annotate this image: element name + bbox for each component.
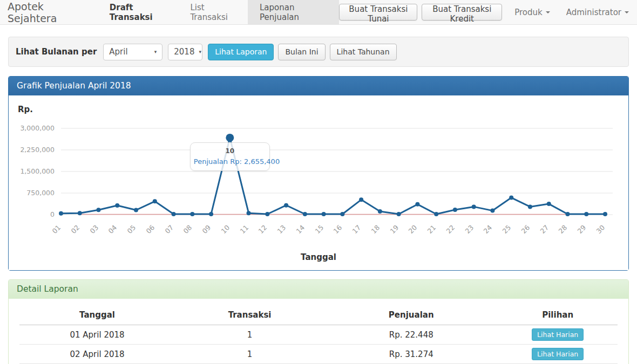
data-point[interactable] <box>190 212 194 216</box>
data-point[interactable] <box>115 203 119 208</box>
nav-item-laporan-penjualan[interactable]: Laponan Penjualan <box>248 0 339 24</box>
data-point[interactable] <box>209 212 213 216</box>
data-point[interactable] <box>172 212 176 216</box>
cell-penjualan: Rp. 22.448 <box>324 325 498 345</box>
tooltip-day: 10 <box>194 147 266 155</box>
cell-tanggal: 02 April 2018 <box>19 345 175 364</box>
x-tick-label: 01 <box>43 223 62 243</box>
buat-transaksi-tunai-button[interactable]: Buat Transaksi Tunai <box>339 4 417 20</box>
x-tick-label: 06 <box>137 223 156 243</box>
chart-panel-body: Rp. 10 Penjualan Rp: 2,655,400 3,000,000… <box>9 95 628 270</box>
table-row: 02 April 20181Rp. 31.274Lihat Harian <box>19 345 618 364</box>
produk-dropdown-label: Produk <box>514 8 543 17</box>
data-point[interactable] <box>603 212 607 216</box>
month-select[interactable]: April ▾ <box>103 44 162 60</box>
y-tick-label: 3,000,000 <box>17 124 55 132</box>
x-axis-title: Tanggal <box>17 252 620 262</box>
x-tick-label: 22 <box>437 223 456 243</box>
select-caret-icon: ▾ <box>154 49 157 54</box>
navbar-right: Buat Transaksi Tunai Buat Transaksi Kred… <box>339 0 637 24</box>
data-point[interactable] <box>472 204 476 209</box>
x-tick-label: 17 <box>343 223 362 243</box>
data-point[interactable] <box>584 212 588 216</box>
bulan-ini-button[interactable]: Bulan Ini <box>278 44 325 60</box>
cell-transaksi: 1 <box>175 345 324 364</box>
data-point[interactable] <box>97 208 101 212</box>
data-point[interactable] <box>340 212 344 216</box>
col-header-tanggal: Tanggal <box>19 305 175 325</box>
data-point[interactable] <box>434 212 438 216</box>
data-point[interactable] <box>509 196 513 200</box>
y-tick-label: 1,500,000 <box>17 167 55 175</box>
data-point[interactable] <box>415 202 419 207</box>
caret-down-icon <box>546 11 550 13</box>
data-point[interactable] <box>265 212 269 216</box>
detail-table-header-row: Tanggal Transaksi Penjualan Pilihan <box>19 305 618 325</box>
data-point-highlighted[interactable] <box>226 134 234 142</box>
buat-transaksi-kredit-button[interactable]: Buat Transaksi Kredit <box>422 4 502 20</box>
administrator-dropdown[interactable]: Administrator <box>558 8 637 17</box>
data-point[interactable] <box>78 211 82 215</box>
data-point[interactable] <box>490 209 494 213</box>
col-header-penjualan: Penjualan <box>324 305 498 325</box>
x-tick-label: 07 <box>155 223 175 243</box>
y-tick-label: 0 <box>17 210 55 218</box>
x-tick-label: 12 <box>249 223 269 243</box>
chart-panel-title: Grafik Penjualan April 2018 <box>9 77 628 95</box>
nav-item-list-transaksi[interactable]: List Transaksi <box>180 0 248 24</box>
year-select[interactable]: 2018 ▾ <box>168 44 202 60</box>
y-tick-label: 750,000 <box>17 189 55 197</box>
x-tick-label: 30 <box>587 223 606 243</box>
cell-penjualan: Rp. 31.274 <box>324 345 498 364</box>
x-tick-label: 05 <box>118 223 137 243</box>
x-tick-label: 24 <box>475 223 494 243</box>
table-row: 01 April 20181Rp. 22.448Lihat Harian <box>19 325 618 345</box>
lihat-laporan-button[interactable]: Lihat Laporan <box>208 44 274 60</box>
x-tick-label: 20 <box>399 223 419 243</box>
brand[interactable]: Apotek Sejahtera <box>0 0 93 24</box>
col-header-pilihan: Pilihan <box>498 305 618 325</box>
filter-bar: Lihat Bulanan per April ▾ 2018 ▾ Lihat L… <box>8 37 629 67</box>
detail-table: Tanggal Transaksi Penjualan Pilihan 01 A… <box>19 305 618 364</box>
data-point[interactable] <box>547 202 551 206</box>
data-point[interactable] <box>153 199 157 203</box>
data-point[interactable] <box>397 212 401 216</box>
x-tick-label: 08 <box>174 223 194 243</box>
produk-dropdown[interactable]: Produk <box>506 8 558 17</box>
data-point[interactable] <box>528 204 532 209</box>
x-tick-label: 15 <box>306 223 325 243</box>
x-tick-label: 21 <box>418 223 437 243</box>
cell-transaksi: 1 <box>175 325 324 345</box>
x-tick-label: 27 <box>531 223 550 243</box>
lihat-harian-button[interactable]: Lihat Harian <box>532 328 584 341</box>
lihat-tahunan-button[interactable]: Lihat Tahunan <box>330 44 397 60</box>
data-point[interactable] <box>247 211 251 215</box>
data-point[interactable] <box>359 197 363 202</box>
data-point[interactable] <box>322 212 326 216</box>
cell-pilihan: Lihat Harian <box>498 325 618 345</box>
data-point[interactable] <box>378 209 382 214</box>
x-tick-label: 16 <box>324 223 344 243</box>
col-header-transaksi: Transaksi <box>175 305 324 325</box>
data-point[interactable] <box>303 212 307 216</box>
data-point[interactable] <box>134 208 138 212</box>
sales-line-chart[interactable]: 10 Penjualan Rp: 2,655,400 3,000,0002,25… <box>17 116 620 246</box>
x-tick-label: 04 <box>99 223 119 243</box>
x-tick-label: 13 <box>268 223 287 243</box>
x-tick-label: 14 <box>287 223 306 243</box>
x-tick-label: 03 <box>80 223 100 243</box>
data-point[interactable] <box>453 208 457 212</box>
y-tick-label: 2,250,000 <box>17 146 55 154</box>
tooltip-value: Penjualan Rp: 2,655,400 <box>194 157 266 166</box>
nav-item-draft-transaksi[interactable]: Draft Transaksi <box>100 0 181 24</box>
lihat-harian-button[interactable]: Lihat Harian <box>532 348 584 360</box>
data-point[interactable] <box>284 203 288 208</box>
navbar: Apotek Sejahtera Draft Transaksi List Tr… <box>0 0 637 25</box>
x-tick-label: 02 <box>62 223 81 243</box>
administrator-dropdown-label: Administrator <box>566 8 621 17</box>
detail-panel-body: Tanggal Transaksi Penjualan Pilihan 01 A… <box>9 299 628 364</box>
chart-canvas <box>17 116 620 224</box>
x-tick-label: 10 <box>212 223 231 243</box>
data-point[interactable] <box>59 211 63 216</box>
data-point[interactable] <box>565 212 570 216</box>
